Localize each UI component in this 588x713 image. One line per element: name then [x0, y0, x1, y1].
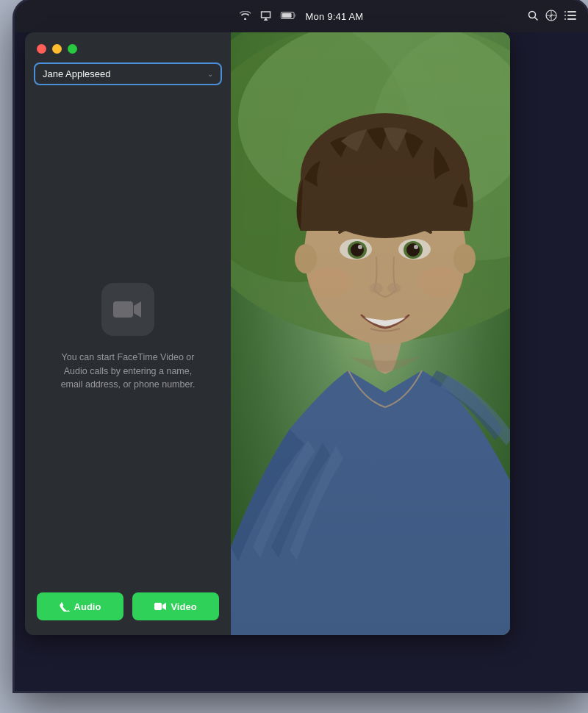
- svg-rect-1: [282, 13, 292, 18]
- svg-rect-12: [567, 18, 576, 20]
- video-call-button[interactable]: Video: [132, 592, 219, 620]
- svg-rect-13: [113, 301, 133, 318]
- camera-icon-wrapper: [101, 283, 154, 336]
- chevron-down-icon: ⌄: [207, 70, 213, 78]
- safari-menu-icon[interactable]: [545, 10, 557, 24]
- menu-bar: Mon 9:41 AM: [15, 0, 588, 32]
- name-field[interactable]: Jane Appleseed ⌄: [34, 62, 222, 85]
- helper-text: You can start FaceTime Video or Audio ca…: [54, 351, 201, 392]
- photo-overlay: [231, 32, 510, 635]
- svg-rect-11: [564, 18, 566, 20]
- traffic-lights: [25, 32, 231, 62]
- svg-rect-9: [564, 15, 566, 16]
- video-button-label: Video: [171, 601, 196, 612]
- menu-bar-center: Mon 9:41 AM: [240, 10, 364, 23]
- svg-rect-8: [567, 11, 576, 12]
- menu-bar-time: Mon 9:41 AM: [306, 11, 364, 22]
- audio-call-button[interactable]: Audio: [37, 592, 123, 620]
- name-field-text: Jane Appleseed: [43, 68, 111, 79]
- svg-rect-7: [564, 11, 566, 12]
- right-panel: [231, 32, 510, 635]
- call-buttons: Audio Video: [25, 578, 231, 635]
- video-camera-icon: [113, 299, 143, 320]
- left-panel: Jane Appleseed ⌄ You can start FaceTime …: [25, 32, 231, 635]
- wifi-icon: [240, 10, 251, 22]
- svg-line-3: [535, 17, 538, 20]
- facetime-window: Jane Appleseed ⌄ You can start FaceTime …: [25, 32, 510, 635]
- minimize-button[interactable]: [52, 44, 62, 54]
- close-button[interactable]: [37, 44, 46, 54]
- phone-icon: [60, 601, 70, 612]
- maximize-button[interactable]: [68, 44, 77, 54]
- airplay-icon: [260, 10, 272, 23]
- svg-rect-10: [567, 15, 576, 16]
- bullet-list-menu-icon[interactable]: [564, 10, 576, 23]
- audio-button-label: Audio: [74, 601, 101, 612]
- search-menu-icon[interactable]: [528, 10, 538, 23]
- mac-frame: Mon 9:41 AM: [15, 0, 588, 691]
- name-field-container: Jane Appleseed ⌄: [25, 62, 231, 97]
- menu-bar-right: [528, 10, 576, 24]
- svg-rect-14: [154, 603, 162, 610]
- facetime-center-content: You can start FaceTime Video or Audio ca…: [25, 97, 231, 578]
- battery-icon: [281, 10, 297, 22]
- video-icon: [154, 602, 166, 611]
- person-photo: [231, 32, 510, 635]
